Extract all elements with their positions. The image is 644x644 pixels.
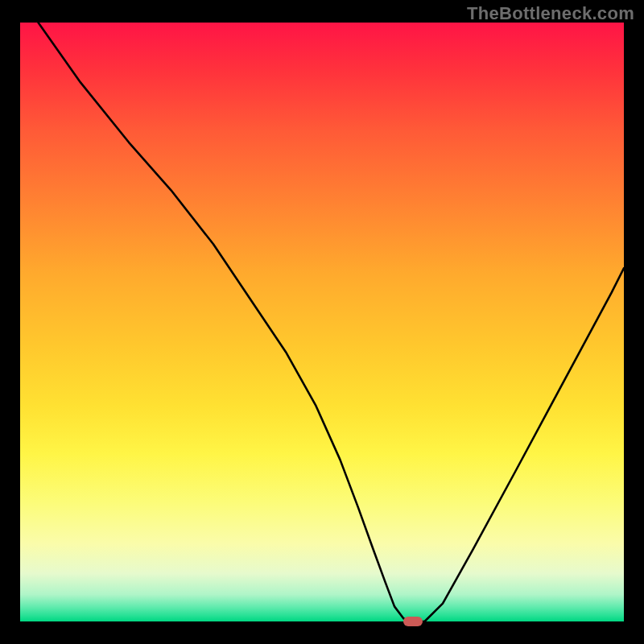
watermark-text: TheBottleneck.com — [467, 3, 634, 24]
bottleneck-curve — [20, 23, 624, 621]
plot-area — [20, 23, 624, 621]
chart-frame: TheBottleneck.com — [0, 0, 644, 644]
optimum-marker — [403, 617, 423, 626]
